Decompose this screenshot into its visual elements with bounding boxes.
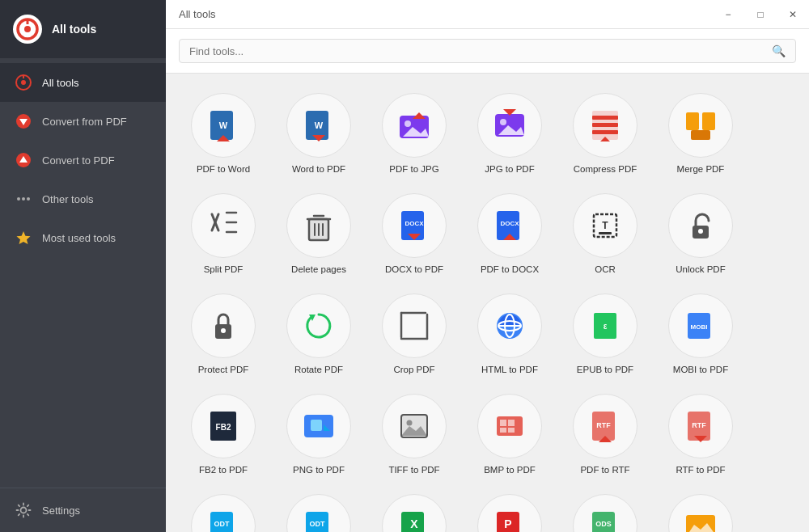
tool-icon-html-to-pdf [477,293,542,358]
tool-icon-odt-to-pdf: ODT [286,494,351,532]
search-bar: 🔍 [166,29,809,74]
tool-icon-ocr: T [573,193,637,258]
tool-item-png-to-pdf[interactable]: PNG to PDF [274,387,363,481]
tool-item-merge-pdf[interactable]: Merge PDF [656,87,745,180]
tool-item-rtf-to-pdf[interactable]: RTF RTF to PDF [656,387,745,481]
tool-icon-epub-to-pdf: ε [573,293,637,358]
settings-icon [15,501,32,519]
tool-label-bmp-to-pdf: BMP to PDF [484,465,536,475]
tool-item-pdf-to-bmp[interactable]: PDF to BMP [656,488,745,532]
sidebar-item-all-tools[interactable]: All tools [0,63,166,102]
tool-item-ppt-to-pdf[interactable]: P PPT to PDF [465,488,554,532]
app-logo-icon [13,15,42,44]
close-button[interactable]: ✕ [777,0,809,29]
all-tools-icon [15,74,32,91]
tool-item-excel-to-pdf[interactable]: X Excel to PDF [370,488,459,532]
tool-item-pdf-to-odt[interactable]: ODT PDF to ODT [179,488,268,532]
tool-item-bmp-to-pdf[interactable]: BMP to PDF [465,387,554,481]
tool-icon-jpg-to-pdf [477,93,542,158]
tool-label-word-to-pdf: Word to PDF [292,164,345,174]
tool-label-merge-pdf: Merge PDF [677,164,725,174]
convert-to-pdf-icon [15,151,32,169]
svg-text:ODT: ODT [310,520,326,528]
tool-label-mobi-to-pdf: MOBI to PDF [673,365,728,374]
tool-icon-fb2-to-pdf: FB2 [191,394,256,458]
svg-text:X: X [410,517,418,530]
sidebar-item-convert-to-pdf[interactable]: Convert to PDF [0,141,166,179]
tool-item-rotate-pdf[interactable]: Rotate PDF [274,287,363,381]
tool-item-split-pdf[interactable]: Split PDF [179,187,268,281]
tool-label-rtf-to-pdf: RTF to PDF [676,465,725,475]
sidebar-app-title: All tools [52,23,96,36]
tool-icon-excel-to-pdf: X [382,494,447,532]
svg-point-14 [21,508,27,513]
tool-item-mobi-to-pdf[interactable]: MOBI MOBI to PDF [656,287,745,381]
svg-rect-36 [691,130,710,140]
tool-icon-pdf-to-jpg [382,93,447,158]
tool-icon-docx-to-pdf: DOCX [382,193,447,258]
minimize-button[interactable]: − [712,0,744,29]
search-input[interactable] [189,45,772,57]
main-content: All tools − □ ✕ 🔍 W PDF to Word W Word t… [166,0,809,532]
sidebar-item-other-tools[interactable]: Other tools [0,179,166,218]
tool-item-ods-to-pdf[interactable]: ODS ODS to PDF [561,488,650,532]
tool-label-unlock-pdf: Unlock PDF [676,264,725,274]
tool-icon-pdf-to-odt: ODT [191,494,256,532]
search-icon: 🔍 [772,44,786,57]
tool-item-word-to-pdf[interactable]: W Word to PDF [274,87,363,180]
svg-point-1 [24,26,31,32]
tool-label-fb2-to-pdf: FB2 to PDF [199,465,248,475]
tools-grid: W PDF to Word W Word to PDF PDF to JPG J… [166,74,809,532]
tool-item-delete-pages[interactable]: Delete pages [274,187,363,281]
sidebar-item-most-used-tools[interactable]: Most used tools [0,218,166,257]
tool-icon-mobi-to-pdf: MOBI [668,293,733,358]
tool-item-jpg-to-pdf[interactable]: JPG to PDF [465,87,554,180]
tool-icon-word-to-pdf: W [286,93,351,158]
svg-text:MOBI: MOBI [691,323,708,331]
tool-item-tiff-to-pdf[interactable]: TIFF to PDF [370,387,459,481]
tool-icon-unlock-pdf [668,193,733,258]
tool-item-pdf-to-word[interactable]: W PDF to Word [179,87,268,180]
tool-item-fb2-to-pdf[interactable]: FB2 FB2 to PDF [179,387,268,481]
svg-rect-30 [592,116,618,120]
sidebar-label-convert-from-pdf: Convert from PDF [42,116,127,128]
tool-label-docx-to-pdf: DOCX to PDF [385,264,443,274]
settings-nav-item[interactable]: Settings [15,501,151,519]
other-tools-icon [15,190,32,208]
svg-marker-13 [17,231,31,244]
sidebar-item-convert-from-pdf[interactable]: Convert from PDF [0,102,166,141]
svg-rect-34 [686,112,699,130]
tool-item-pdf-to-docx[interactable]: DOCX PDF to DOCX [465,187,554,281]
tool-label-pdf-to-rtf: PDF to RTF [580,465,629,475]
tool-item-protect-pdf[interactable]: Protect PDF [179,287,268,381]
most-used-tools-icon [15,229,32,247]
tool-item-epub-to-pdf[interactable]: ε EPUB to PDF [561,287,650,381]
svg-text:ε: ε [604,322,608,331]
tool-item-docx-to-pdf[interactable]: DOCX DOCX to PDF [370,187,459,281]
tool-label-epub-to-pdf: EPUB to PDF [577,365,633,374]
tool-item-pdf-to-jpg[interactable]: PDF to JPG [370,87,459,180]
svg-point-4 [21,80,26,85]
titlebar: All tools − □ ✕ [166,0,809,29]
tool-label-delete-pages: Delete pages [291,264,346,274]
tool-icon-bmp-to-pdf [477,394,542,458]
tool-item-ocr[interactable]: T OCR [561,187,650,281]
svg-text:T: T [602,220,608,231]
search-input-wrap: 🔍 [179,39,796,63]
svg-text:P: P [504,517,511,530]
tool-item-html-to-pdf[interactable]: HTML to PDF [465,287,554,381]
svg-text:W: W [315,120,324,130]
tool-item-compress-pdf[interactable]: Compress PDF [561,87,650,180]
tool-label-compress-pdf: Compress PDF [574,164,637,174]
tool-icon-merge-pdf [668,93,733,158]
sidebar: All tools All tools Convert from PDF [0,0,166,532]
svg-point-26 [500,119,506,125]
tool-item-crop-pdf[interactable]: Crop PDF [370,287,459,381]
tool-item-pdf-to-rtf[interactable]: RTF PDF to RTF [561,387,650,481]
svg-point-12 [27,197,30,201]
maximize-button[interactable]: □ [744,0,777,29]
tool-label-pdf-to-docx: PDF to DOCX [481,264,539,274]
tool-item-unlock-pdf[interactable]: Unlock PDF [656,187,745,281]
tool-item-odt-to-pdf[interactable]: ODT ODT to PDF [274,488,363,532]
sidebar-label-all-tools: All tools [42,77,79,89]
